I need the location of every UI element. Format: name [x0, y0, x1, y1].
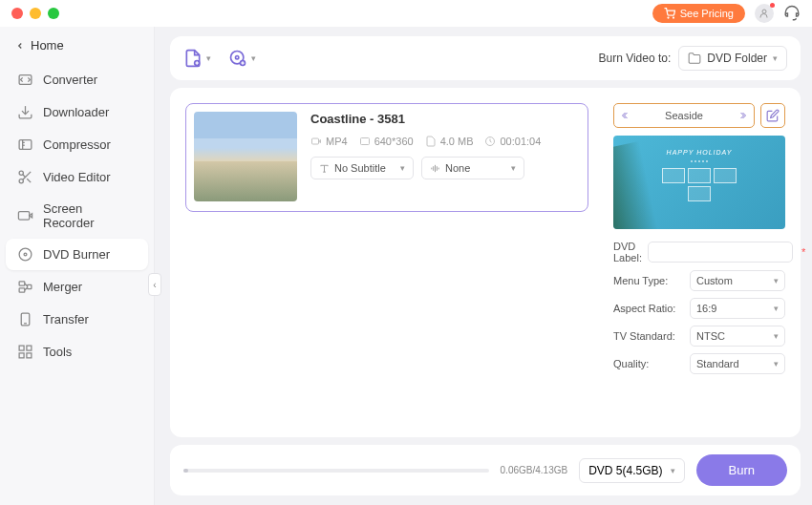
minimize-window[interactable]: [30, 8, 41, 19]
download-icon: [17, 104, 33, 120]
sidebar-item-label: DVD Burner: [43, 247, 110, 262]
theme-next[interactable]: [731, 110, 754, 121]
window-controls[interactable]: [11, 8, 59, 19]
grid-icon: [17, 344, 33, 360]
burn-to-label: Burn Video to:: [598, 52, 671, 65]
video-size: 4.0 MB: [425, 136, 474, 147]
quality-select[interactable]: Standard▾: [690, 353, 785, 374]
chevron-down-icon: ▾: [511, 163, 516, 173]
support-icon[interactable]: [783, 5, 801, 22]
sidebar-collapse[interactable]: ‹: [148, 273, 161, 296]
svg-line-13: [23, 175, 26, 178]
see-pricing-button[interactable]: See Pricing: [652, 4, 745, 23]
svg-rect-14: [18, 211, 29, 220]
svg-rect-20: [28, 284, 32, 288]
burn-to-select[interactable]: DVD Folder ▾: [678, 46, 787, 71]
chevron-down-icon: ▾: [400, 163, 405, 173]
sidebar-item-compressor[interactable]: Compressor: [6, 129, 148, 160]
sidebar-item-label: Video Editor: [43, 170, 111, 184]
subtitle-select[interactable]: No Subtitle ▾: [310, 157, 414, 179]
video-title: Coastline - 3581: [310, 112, 580, 126]
user-icon: [759, 8, 770, 19]
edit-theme-button[interactable]: [760, 103, 785, 128]
merger-icon: [17, 279, 33, 295]
svg-point-9: [19, 171, 23, 175]
aspect-ratio-select[interactable]: 16:9▾: [690, 298, 785, 319]
add-disc-icon: [228, 49, 247, 68]
svg-rect-28: [27, 353, 32, 358]
back-home[interactable]: Home: [6, 32, 148, 58]
sidebar-item-tools[interactable]: Tools: [6, 336, 148, 368]
add-file-button[interactable]: ▾: [183, 49, 211, 68]
audio-icon: [430, 163, 440, 174]
svg-rect-26: [27, 346, 32, 350]
video-format: MP4: [310, 136, 348, 147]
chevron-right-icon: [737, 110, 748, 121]
sidebar-item-transfer[interactable]: Transfer: [6, 304, 148, 335]
recorder-icon: [17, 208, 33, 224]
sidebar-item-screen-recorder[interactable]: Screen Recorder: [6, 194, 148, 238]
svg-rect-39: [360, 138, 369, 145]
svg-point-1: [673, 17, 673, 18]
sidebar-item-label: Merger: [43, 280, 82, 294]
dvd-label-input[interactable]: [648, 242, 793, 263]
transfer-icon: [17, 311, 33, 327]
quality-label: Quality:: [613, 358, 684, 369]
svg-rect-25: [19, 346, 24, 350]
aspect-ratio-label: Aspect Ratio:: [613, 303, 684, 314]
theme-prev[interactable]: [614, 110, 637, 121]
chevron-down-icon: ▾: [251, 53, 256, 63]
converter-icon: [17, 72, 33, 88]
file-icon: [425, 136, 437, 147]
sidebar-item-label: Converter: [43, 73, 97, 87]
add-disc-button[interactable]: ▾: [228, 49, 256, 68]
maximize-window[interactable]: [48, 8, 59, 19]
sidebar-item-dvd-burner[interactable]: DVD Burner: [6, 239, 148, 270]
sidebar-item-video-editor[interactable]: Video Editor: [6, 161, 148, 193]
tv-standard-select[interactable]: NTSC▾: [690, 326, 785, 347]
tv-standard-label: TV Standard:: [613, 330, 684, 342]
add-file-icon: [183, 49, 203, 68]
svg-point-2: [762, 10, 766, 13]
chevron-left-icon: [15, 41, 25, 51]
sidebar-item-downloader[interactable]: Downloader: [6, 96, 148, 128]
capacity-progress: [183, 469, 489, 473]
svg-rect-27: [19, 353, 24, 358]
video-duration: 00:01:04: [484, 136, 541, 147]
clock-icon: [484, 136, 496, 147]
sidebar-item-merger[interactable]: Merger: [6, 271, 148, 303]
sidebar-item-label: Transfer: [43, 312, 89, 326]
sidebar-item-label: Screen Recorder: [43, 201, 137, 230]
svg-point-10: [19, 179, 23, 183]
disc-type-select[interactable]: DVD 5(4.5GB) ▾: [579, 458, 684, 483]
capacity-text: 0.06GB/4.13GB: [501, 465, 568, 475]
video-icon: [310, 136, 322, 147]
svg-point-0: [668, 17, 669, 18]
svg-rect-37: [312, 138, 319, 144]
close-window[interactable]: [11, 8, 23, 19]
user-avatar[interactable]: [755, 4, 774, 23]
resolution-icon: [359, 136, 371, 147]
svg-line-12: [27, 179, 31, 182]
video-card[interactable]: Coastline - 3581 MP4 640*360: [185, 103, 588, 212]
video-resolution: 640*360: [359, 136, 414, 147]
audio-select[interactable]: None ▾: [421, 157, 524, 179]
theme-selector: Seaside: [613, 103, 755, 128]
menu-type-select[interactable]: Custom▾: [690, 270, 785, 291]
folder-icon: [688, 52, 701, 65]
sidebar-item-label: Tools: [43, 345, 72, 359]
menu-type-label: Menu Type:: [613, 275, 684, 286]
required-indicator: *: [801, 246, 805, 258]
chevron-down-icon: ▾: [671, 466, 675, 475]
sidebar-item-label: Compressor: [43, 137, 111, 152]
video-thumbnail: [194, 112, 297, 201]
svg-point-17: [24, 253, 27, 256]
burn-button[interactable]: Burn: [696, 454, 787, 486]
svg-rect-18: [19, 282, 25, 285]
sidebar-item-converter[interactable]: Converter: [6, 64, 148, 95]
theme-preview: HAPPY HOLIDAY: [613, 136, 785, 229]
svg-rect-5: [19, 140, 32, 150]
chevron-down-icon: ▾: [773, 53, 778, 63]
cart-icon: [664, 8, 675, 19]
chevron-left-icon: [620, 110, 631, 121]
